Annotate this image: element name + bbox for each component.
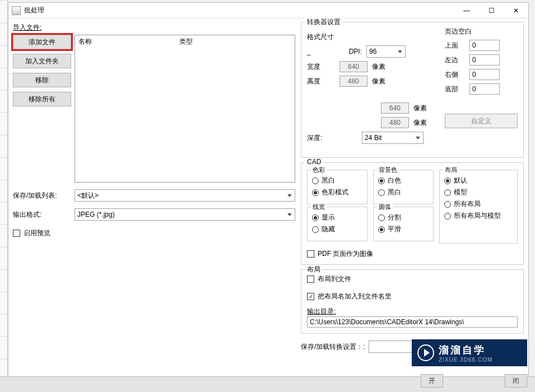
close-button[interactable]: ✕ <box>504 3 528 18</box>
arc-group: 圆弧 分割 平滑 <box>373 207 434 241</box>
output-dir-field[interactable]: C:\Users\123\Documents\CADEditorX 14\Dra… <box>307 316 518 328</box>
cad-legend: CAD <box>305 158 323 166</box>
import-files-label: 导入文件: <box>13 23 295 32</box>
file-list[interactable]: 名称 类型 <box>75 35 295 183</box>
output-format-combo[interactable]: JPEG (*.jpg) <box>75 208 295 221</box>
chevron-down-icon <box>395 46 405 57</box>
add-folder-button[interactable]: 加入文件夹 <box>13 54 71 68</box>
arc-split-radio[interactable]: 分割 <box>378 213 429 222</box>
checkbox-icon <box>307 276 314 283</box>
cad-group: CAD 色彩 黑白 色彩模式 线宽 显示 隐藏 <box>301 162 524 265</box>
depth-label: 深度: <box>307 133 357 143</box>
col-type-header[interactable]: 类型 <box>176 35 196 49</box>
watermark: 溜溜自学 ZIXUE.3D66.COM <box>412 339 527 366</box>
layout-default-radio[interactable]: 默认 <box>444 176 513 185</box>
chevron-down-icon <box>413 132 423 143</box>
checkbox-icon <box>13 230 20 237</box>
lineweight-group: 线宽 显示 隐藏 <box>307 207 367 241</box>
height-unit: 像素 <box>372 77 385 86</box>
remove-all-button[interactable]: 移除所有 <box>13 92 71 106</box>
dpi-combo[interactable]: 96 <box>366 45 406 58</box>
color-group: 色彩 黑白 色彩模式 <box>307 170 367 204</box>
bg-white-radio[interactable]: 白色 <box>378 176 429 185</box>
checkbox-icon: ✓ <box>307 293 314 300</box>
margin-left-field[interactable]: 0 <box>469 54 500 66</box>
maximize-button[interactable]: ☐ <box>479 3 504 18</box>
col-name-header[interactable]: 名称 <box>75 35 176 49</box>
minimize-button[interactable]: — <box>454 3 479 18</box>
width-label: 宽度 <box>307 62 335 72</box>
layout-group: 布局 默认 模型 所有布局 所有布局与模型 <box>439 170 518 244</box>
arc-smooth-radio[interactable]: 平滑 <box>378 225 429 234</box>
color-bw-radio[interactable]: 黑白 <box>312 176 362 185</box>
save-list-label: 保存/加载列表: <box>13 191 75 200</box>
bg-bw-radio[interactable]: 黑白 <box>378 188 429 197</box>
layout-all-model-radio[interactable]: 所有布局与模型 <box>444 211 513 221</box>
chevron-down-icon <box>285 209 295 220</box>
layouts-to-files-checkbox[interactable]: 布局到文件 <box>307 274 518 284</box>
converter-group: 转换器设置 格式尺寸 _ DPI: 96 <box>301 22 524 158</box>
lw-hide-radio[interactable]: 隐藏 <box>312 225 362 234</box>
extra-w-field[interactable]: 640 <box>381 102 409 114</box>
margin-bottom-field[interactable]: 0 <box>469 83 500 95</box>
app-icon <box>12 6 21 15</box>
play-icon <box>417 344 434 361</box>
height-field[interactable]: 480 <box>339 76 367 87</box>
converter-legend: 转换器设置 <box>305 17 343 27</box>
width-field[interactable]: 640 <box>339 61 367 72</box>
remove-button[interactable]: 移除 <box>13 73 71 87</box>
height-label: 高度 <box>307 77 335 86</box>
append-layout-name-checkbox[interactable]: ✓ 把布局名加入到文件名里 <box>307 292 518 301</box>
batch-window: 批处理 — ☐ ✕ 导入文件: 添加文件 加入文件夹 移除 移除所有 名称 类型 <box>8 2 529 389</box>
output-format-label: 输出格式: <box>13 210 75 220</box>
open-button[interactable]: 开 <box>421 374 443 388</box>
extra-h-field[interactable]: 480 <box>381 117 409 128</box>
custom-button: 自定义 <box>445 114 518 128</box>
save-list-combo[interactable]: <默认> <box>75 189 295 202</box>
enable-preview-checkbox[interactable]: 启用预览 <box>13 228 295 238</box>
close-button-bottom[interactable]: 闭 <box>505 374 527 388</box>
depth-combo[interactable]: 24 Bit <box>362 132 424 144</box>
layout-all-radio[interactable]: 所有布局 <box>444 199 513 209</box>
titlebar: 批处理 — ☐ ✕ <box>8 3 528 18</box>
add-file-button[interactable]: 添加文件 <box>13 35 71 49</box>
color-mode-radio[interactable]: 色彩模式 <box>312 188 362 197</box>
layout-model-radio[interactable]: 模型 <box>444 188 513 197</box>
save-conv-label: 保存/加载转换设置：: <box>301 342 365 352</box>
pdf-as-image-checkbox[interactable]: PDF 页面作为图像 <box>307 249 518 259</box>
checkbox-icon <box>307 250 314 258</box>
bg-group: 背景色 白色 黑白 <box>373 170 434 204</box>
margin-top-field[interactable]: 0 <box>469 40 500 51</box>
window-title: 批处理 <box>24 6 454 15</box>
margins-legend: 页边空白 <box>445 27 518 36</box>
width-unit: 像素 <box>372 62 385 72</box>
format-size-group: 格式尺寸 _ DPI: 96 宽度 64 <box>307 29 431 152</box>
dpi-label: DPI: <box>334 48 362 55</box>
chevron-down-icon <box>285 190 295 201</box>
format-size-legend: 格式尺寸 <box>307 32 427 42</box>
layout-output-group: 布局 布局到文件 ✓ 把布局名加入到文件名里 输出目录: C:\Users\12… <box>301 269 524 334</box>
margin-right-field[interactable]: 0 <box>469 69 500 80</box>
file-list-body[interactable] <box>75 49 295 182</box>
output-dir-label: 输出目录: <box>307 307 518 316</box>
lw-show-radio[interactable]: 显示 <box>312 213 362 222</box>
